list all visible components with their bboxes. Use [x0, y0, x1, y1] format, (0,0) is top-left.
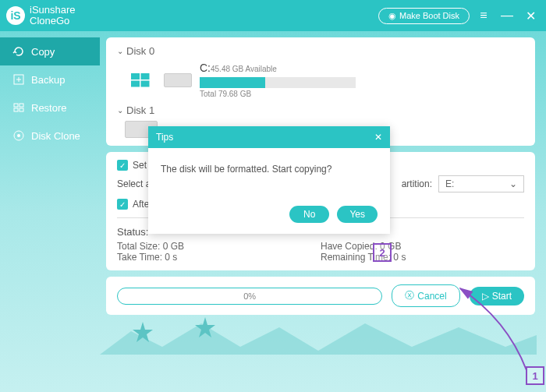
backup-icon [12, 73, 25, 86]
nav-backup[interactable]: Backup [0, 65, 100, 94]
copy-icon [12, 45, 25, 58]
svg-point-6 [17, 134, 20, 137]
disk0-label: Disk 0 [126, 45, 154, 57]
svg-rect-3 [14, 108, 18, 111]
progress-bar: 0% [117, 288, 382, 305]
nav-copy-label: Copy [31, 46, 55, 58]
minimize-icon[interactable]: — [498, 6, 516, 25]
nav-disk-clone[interactable]: Disk Clone [0, 122, 100, 150]
brand-text: iSunshare CloneGo [30, 5, 76, 27]
checkbox-icon: ✓ [117, 160, 128, 171]
disk1-header[interactable]: ⌄ Disk 1 [117, 104, 524, 116]
checkbox-icon: ✓ [117, 199, 128, 210]
drive-letter-select[interactable]: E: ⌄ [438, 175, 524, 192]
disk1-label: Disk 1 [126, 104, 154, 116]
status-take-time: Take Time: 0 s [117, 252, 321, 263]
cancel-button[interactable]: ⓧ Cancel [392, 284, 459, 307]
disk0-usage-bar [200, 77, 356, 88]
tips-titlebar: Tips ✕ [148, 126, 390, 148]
svg-rect-4 [20, 108, 23, 111]
chevron-down-icon: ⌄ [509, 178, 517, 189]
progress-text: 0% [243, 291, 256, 301]
disk0-title: C:45.48 GB Available [200, 62, 524, 74]
svg-rect-8 [141, 73, 150, 79]
drive-letter-value: E: [445, 178, 454, 189]
tips-dialog: Tips ✕ The disk will be formatted. Start… [148, 126, 390, 234]
disk0-row[interactable]: C:45.48 GB Available Total 79.68 GB [125, 62, 524, 98]
close-icon[interactable]: ✕ [521, 6, 540, 25]
tips-title: Tips [156, 132, 173, 143]
drive-icon [164, 73, 192, 87]
disk0-total: Total 79.68 GB [200, 90, 524, 98]
partition-label-stub: artition: [402, 178, 432, 189]
svg-rect-10 [141, 80, 150, 87]
nav-disk-clone-label: Disk Clone [31, 130, 80, 142]
sidebar: Copy Backup Restore Disk Clone [0, 31, 100, 392]
select-label: Select a new drive letter for boot parti… [117, 178, 150, 189]
start-button[interactable]: ▷ Start [470, 287, 524, 305]
nav-copy[interactable]: Copy [0, 37, 100, 65]
svg-rect-7 [131, 73, 140, 79]
restore-icon [12, 101, 25, 114]
chevron-down-icon: ⌄ [117, 106, 123, 115]
status-total-size: Total Size: 0 GB [117, 241, 321, 252]
dialog-close-icon[interactable]: ✕ [374, 132, 382, 143]
brand-line2: CloneGo [30, 16, 76, 26]
nav-restore[interactable]: Restore [0, 94, 100, 122]
cancel-icon: ⓧ [405, 289, 414, 302]
tips-message: The disk will be formatted. Start copyin… [161, 164, 378, 175]
chevron-down-icon: ⌄ [117, 47, 123, 55]
nav-restore-label: Restore [31, 102, 67, 114]
status-have-copied: Have Copied: 0 GB [321, 241, 524, 252]
status-remaining: Remaining Time: 0 s [321, 252, 524, 263]
start-label: Start [492, 291, 512, 302]
brand-line1: iSunshare [30, 5, 76, 16]
no-button[interactable]: No [289, 206, 329, 223]
disk-clone-icon [12, 129, 25, 142]
disc-icon: ◉ [388, 11, 396, 21]
title-bar: iS iSunshare CloneGo ◉ Make Boot Disk ≡ … [0, 0, 546, 31]
bottom-bar: 0% ⓧ Cancel ▷ Start [106, 277, 535, 315]
make-boot-disk-button[interactable]: ◉ Make Boot Disk [378, 8, 470, 24]
nav-backup-label: Backup [31, 74, 65, 86]
yes-button[interactable]: Yes [337, 206, 378, 223]
menu-icon[interactable]: ≡ [474, 6, 493, 25]
svg-rect-1 [14, 104, 18, 107]
logo-icon: iS [6, 6, 25, 25]
svg-rect-2 [20, 104, 23, 107]
svg-rect-9 [131, 80, 140, 87]
boot-disk-label: Make Boot Disk [399, 11, 459, 20]
logo: iS iSunshare CloneGo [6, 5, 76, 27]
windows-icon [125, 68, 156, 93]
disk0-header[interactable]: ⌄ Disk 0 [117, 45, 524, 57]
play-icon: ▷ [482, 291, 489, 302]
cancel-label: Cancel [417, 291, 446, 302]
